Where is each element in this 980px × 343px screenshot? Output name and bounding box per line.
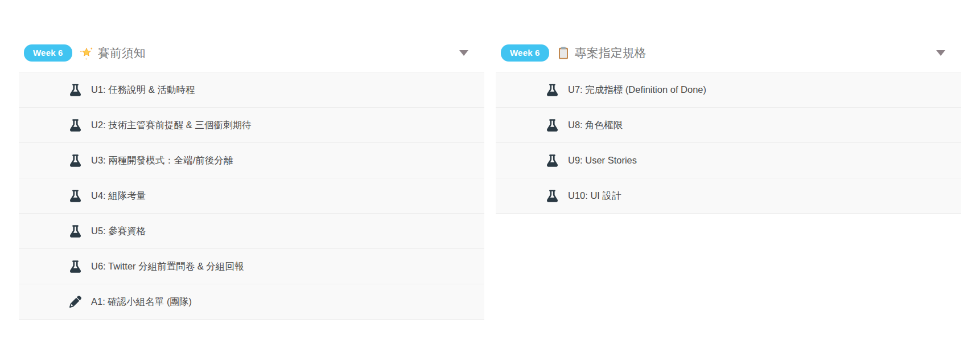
section-collapse-toggle[interactable] [456,45,472,61]
flask-icon [546,84,558,96]
section-panel-pre-race: Week 6 賽前須知 U1: 任務說明 & 活動時程 U2: 技術主管賽前提醒… [19,34,484,320]
lecture-list: U7: 完成指標 (Definition of Done) U8: 角色權限 U… [496,72,961,214]
flask-icon [69,154,81,167]
lecture-label: U7: 完成指標 (Definition of Done) [568,84,706,96]
section-title: 賽前須知 [98,45,146,61]
section-panel-project-spec: Week 6 專案指定規格 U7: 完成指標 (Definition of Do… [496,34,961,320]
lecture-list: U1: 任務說明 & 活動時程 U2: 技術主管賽前提醒 & 三個衝刺期待 U3… [19,72,484,320]
lecture-row[interactable]: U6: Twitter 分組前置問卷 & 分組回報 [19,249,484,284]
lecture-label: U9: User Stories [568,155,637,166]
lecture-row[interactable]: U2: 技術主管賽前提醒 & 三個衝刺期待 [19,108,484,143]
chevron-down-icon [459,50,468,56]
lecture-row[interactable]: U10: UI 設計 [496,178,961,214]
lecture-label: A1: 確認小組名單 (團隊) [91,296,192,308]
lecture-row[interactable]: U4: 組隊考量 [19,178,484,214]
lecture-label: U1: 任務說明 & 活動時程 [91,84,195,96]
lecture-row[interactable]: U8: 角色權限 [496,108,961,143]
pencil-icon [69,296,81,308]
flask-icon [546,119,558,132]
lecture-row[interactable]: U5: 參賽資格 [19,214,484,249]
section-title: 專案指定規格 [575,45,647,61]
week-badge: Week 6 [501,44,549,62]
lecture-row[interactable]: U9: User Stories [496,143,961,178]
lecture-label: U5: 參賽資格 [91,225,146,238]
curriculum-board: Week 6 賽前須知 U1: 任務說明 & 活動時程 U2: 技術主管賽前提醒… [0,0,980,320]
week-badge: Week 6 [24,44,72,62]
section-header: Week 6 專案指定規格 [496,34,961,72]
chevron-down-icon [936,50,945,56]
lecture-row[interactable]: A1: 確認小組名單 (團隊) [19,284,484,320]
flask-icon [69,84,81,96]
section-header: Week 6 賽前須知 [19,34,484,72]
lecture-label: U8: 角色權限 [568,119,623,132]
flask-icon [546,154,558,167]
lecture-label: U10: UI 設計 [568,190,621,202]
flask-icon [546,190,558,202]
lecture-label: U6: Twitter 分組前置問卷 & 分組回報 [91,260,244,273]
flask-icon [69,225,81,238]
lecture-label: U3: 兩種開發模式：全端/前後分離 [91,154,233,167]
clipboard-emoji [556,46,571,60]
flask-icon [69,190,81,202]
flask-icon [69,260,81,273]
section-collapse-toggle[interactable] [933,45,949,61]
lecture-row[interactable]: U7: 完成指標 (Definition of Done) [496,72,961,108]
lecture-label: U2: 技術主管賽前提醒 & 三個衝刺期待 [91,119,251,132]
flask-icon [69,119,81,132]
lecture-row[interactable]: U1: 任務說明 & 活動時程 [19,72,484,108]
lecture-row[interactable]: U3: 兩種開發模式：全端/前後分離 [19,143,484,178]
glowing-star-emoji [79,46,94,60]
lecture-label: U4: 組隊考量 [91,190,146,202]
